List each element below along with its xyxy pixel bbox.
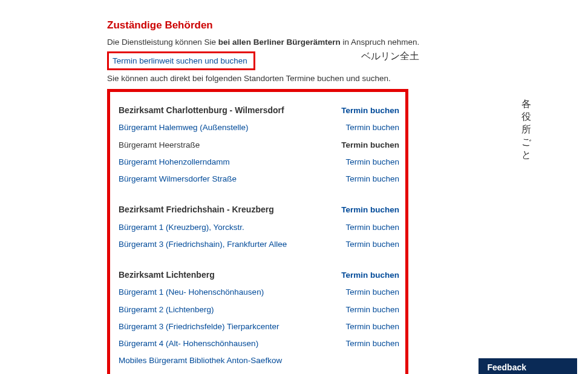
- intro-bold: bei allen Berliner Bürgerämtern: [218, 38, 341, 47]
- office-row: Bürgeramt 3 (Friedrichshain), Frankfurte…: [119, 236, 399, 253]
- office-row: Bürgeramt Halemweg (Außenstelle)Termin b…: [119, 119, 399, 136]
- office-name: Bürgeramt Heerstraße: [119, 139, 341, 151]
- office-row: Bürgeramt 1 (Kreuzberg), Yorckstr.Termin…: [119, 219, 399, 236]
- district-book-link[interactable]: Termin buchen: [341, 204, 399, 216]
- office-book-link[interactable]: Termin buchen: [345, 304, 399, 316]
- district-block: Bezirksamt Charlottenburg - WilmersdorfT…: [119, 102, 399, 188]
- office-name[interactable]: Bürgeramt 2 (Lichtenberg): [119, 304, 345, 316]
- office-book-link[interactable]: Termin buchen: [345, 221, 399, 234]
- berlinweit-highlight-box: Termin berlinweit suchen und buchen: [107, 51, 255, 70]
- office-book-link[interactable]: Termin buchen: [345, 156, 399, 168]
- office-row: Mobiles Bürgeramt Bibliothek Anton-Saefk…: [119, 352, 399, 369]
- office-row: Bürgeramt 3 (Friedrichsfelde) Tierparkce…: [119, 318, 399, 335]
- feedback-button[interactable]: Feedback: [479, 358, 577, 374]
- office-name[interactable]: Bürgeramt 3 (Friedrichshain), Frankfurte…: [119, 238, 345, 251]
- office-book-link[interactable]: Termin buchen: [345, 321, 399, 333]
- district-book-link[interactable]: Termin buchen: [341, 269, 399, 281]
- annotation-berlinweit: ベルリン全土: [361, 50, 419, 63]
- offices-highlight-box: Bezirksamt Charlottenburg - WilmersdorfT…: [107, 89, 408, 374]
- office-name[interactable]: Bürgeramt 1 (Kreuzberg), Yorckstr.: [119, 221, 345, 234]
- subintro-text: Sie können auch direkt bei folgenden Sta…: [107, 74, 518, 83]
- district-book-link[interactable]: Termin buchen: [341, 105, 399, 117]
- office-name[interactable]: Bürgeramt 3 (Friedrichsfelde) Tierparkce…: [119, 321, 345, 333]
- intro-after: in Anspruch nehmen.: [341, 38, 420, 47]
- intro-before: Die Dienstleistung können Sie: [107, 38, 218, 47]
- office-book-link[interactable]: Termin buchen: [345, 238, 399, 251]
- office-row: Bürgeramt 1 (Neu- Hohenschönhausen)Termi…: [119, 284, 399, 301]
- office-name[interactable]: Mobiles Bürgeramt Bibliothek Anton-Saefk…: [119, 355, 399, 367]
- district-header-row: Bezirksamt Friedrichshain - KreuzbergTer…: [119, 201, 399, 218]
- office-name[interactable]: Bürgeramt 4 (Alt- Hohenschönhausen): [119, 338, 345, 350]
- office-row: Bürgeramt HeerstraßeTermin buchen: [119, 137, 399, 154]
- office-name[interactable]: Bürgeramt Hohenzollerndamm: [119, 156, 345, 168]
- office-row: Bürgeramt Wilmersdorfer StraßeTermin buc…: [119, 171, 399, 188]
- annotation-offices: 各役所ごと: [521, 98, 531, 162]
- district-block: Bezirksamt Friedrichshain - KreuzbergTer…: [119, 201, 399, 253]
- intro-text: Die Dienstleistung können Sie bei allen …: [107, 38, 518, 47]
- district-name: Bezirksamt Lichtenberg: [119, 269, 341, 281]
- office-row: Bürgeramt HohenzollerndammTermin buchen: [119, 154, 399, 171]
- office-row: Mobiles Bürgeramt FSE Pflegeeinrichtung …: [119, 370, 399, 375]
- office-name[interactable]: Bürgeramt Wilmersdorfer Straße: [119, 173, 345, 185]
- office-name[interactable]: Bürgeramt Halemweg (Außenstelle): [119, 122, 345, 134]
- district-header-row: Bezirksamt LichtenbergTermin buchen: [119, 266, 399, 284]
- district-name: Bezirksamt Charlottenburg - Wilmersdorf: [119, 104, 341, 117]
- office-book-link[interactable]: Termin buchen: [345, 286, 399, 298]
- office-row: Bürgeramt 2 (Lichtenberg)Termin buchen: [119, 301, 399, 318]
- section-heading: Zuständige Behörden: [107, 19, 518, 31]
- berlinweit-link[interactable]: Termin berlinweit suchen und buchen: [113, 56, 247, 65]
- office-book-link[interactable]: Termin buchen: [345, 173, 399, 185]
- office-book-link[interactable]: Termin buchen: [345, 338, 399, 350]
- office-name[interactable]: Mobiles Bürgeramt FSE Pflegeeinrichtung …: [119, 372, 399, 375]
- office-book-link[interactable]: Termin buchen: [345, 122, 399, 134]
- district-name: Bezirksamt Friedrichshain - Kreuzberg: [119, 203, 341, 216]
- district-block: Bezirksamt LichtenbergTermin buchenBürge…: [119, 266, 399, 374]
- district-header-row: Bezirksamt Charlottenburg - WilmersdorfT…: [119, 102, 399, 119]
- office-book-link: Termin buchen: [341, 139, 399, 151]
- office-row: Bürgeramt 4 (Alt- Hohenschönhausen)Termi…: [119, 335, 399, 352]
- office-name[interactable]: Bürgeramt 1 (Neu- Hohenschönhausen): [119, 286, 345, 298]
